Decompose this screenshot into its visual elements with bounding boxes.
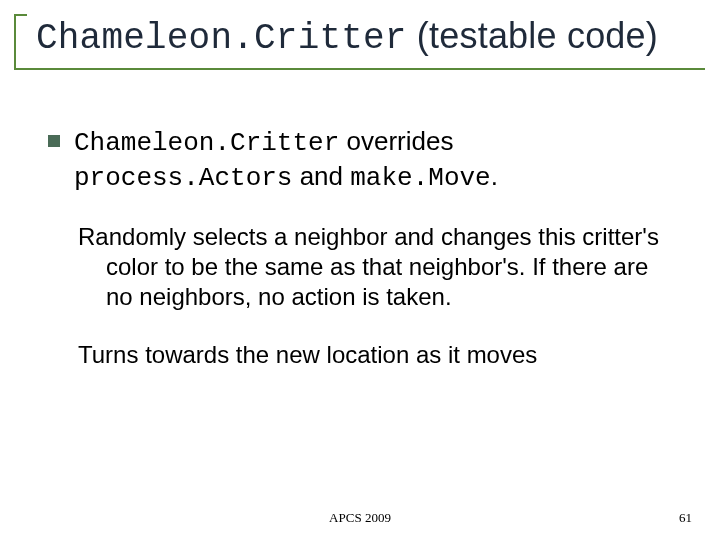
slide-title: Chameleon.Critter (testable code) [36,15,658,59]
title-rest: (testable code) [407,15,658,56]
bullet-mid-2: and [292,161,350,191]
bullet-end: . [491,161,498,191]
bullet-mid-1: overrides [339,126,453,156]
square-bullet-icon [48,135,60,147]
bullet-item: Chameleon.Critter overrides process.Acto… [48,125,673,194]
paragraph-1: Randomly selects a neighbor and changes … [78,222,673,312]
title-accent-bracket [14,14,27,70]
title-underline [27,68,705,70]
title-code: Chameleon.Critter [36,18,407,59]
bullet-text: Chameleon.Critter overrides process.Acto… [74,125,673,194]
paragraph-2: Turns towards the new location as it mov… [78,340,673,370]
footer-center: APCS 2009 [0,510,720,526]
slide-body: Chameleon.Critter overrides process.Acto… [48,125,673,398]
slide: Chameleon.Critter (testable code) Chamel… [0,0,720,540]
footer-page-number: 61 [679,510,692,526]
bullet-code-3: make.Move [350,163,490,193]
bullet-code-2: process.Actors [74,163,292,193]
bullet-code-1: Chameleon.Critter [74,128,339,158]
